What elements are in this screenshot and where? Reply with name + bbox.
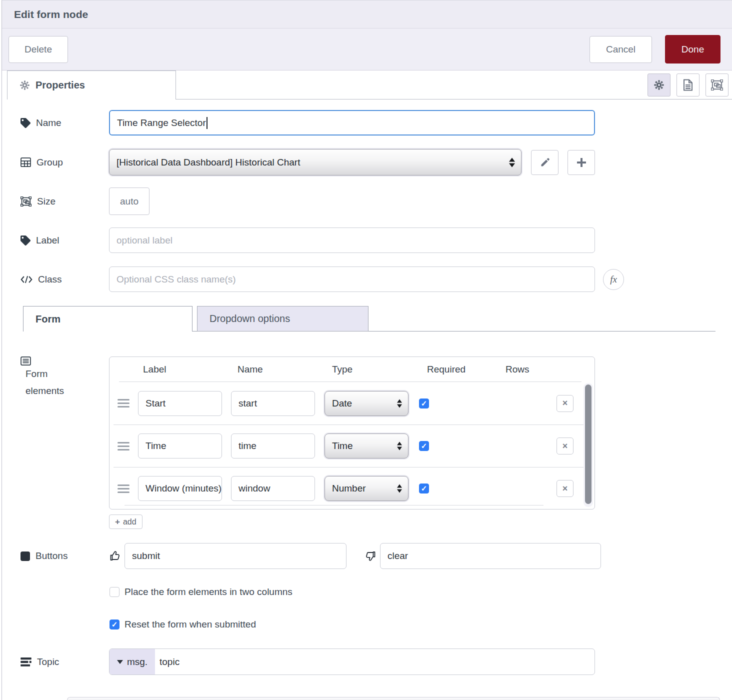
drag-handle-icon[interactable] <box>118 484 130 493</box>
class-label: Class <box>20 274 109 285</box>
close-icon: × <box>562 484 568 494</box>
element-name-input[interactable]: time <box>231 434 315 458</box>
dialog-header: Edit form node <box>2 0 732 28</box>
close-icon: × <box>562 441 568 452</box>
add-group-button[interactable] <box>568 150 595 175</box>
two-columns-option: Place the form elements in two columns <box>110 586 732 598</box>
node-appearance-view-button[interactable] <box>706 74 728 96</box>
element-label-input[interactable]: Window (minutes) <box>138 476 222 501</box>
delete-element-button[interactable]: × <box>556 395 574 412</box>
clear-button-input[interactable]: clear <box>380 543 601 569</box>
expression-fx-button[interactable]: fx <box>603 269 624 290</box>
label-input-placeholder: optional label <box>116 235 172 246</box>
pencil-icon <box>540 158 550 168</box>
element-type-select[interactable]: Number <box>324 476 408 501</box>
tab-dropdown-options[interactable]: Dropdown options <box>197 306 368 332</box>
gear-icon <box>20 80 30 90</box>
reset-option: Reset the form when submitted <box>110 619 732 630</box>
edit-form-node-dialog: Edit form node Delete Cancel Done Proper… <box>2 0 732 700</box>
form-elements-list: Label Name Type Required Rows Start star… <box>109 356 595 510</box>
column-header-required: Required <box>427 364 466 375</box>
text-caret <box>206 117 208 129</box>
buttons-row: Buttons submit clear <box>20 543 732 569</box>
select-arrows-icon <box>509 158 515 167</box>
node-description-view-button[interactable] <box>676 74 700 96</box>
label-label: Label <box>20 235 109 246</box>
element-type-select[interactable]: Time <box>324 434 408 458</box>
select-arrows-icon <box>397 484 402 493</box>
tag-icon <box>20 118 30 128</box>
required-checkbox[interactable] <box>419 484 429 494</box>
name-input[interactable]: Time Range Selector <box>109 110 595 136</box>
scrollbar-thumb[interactable] <box>585 384 592 504</box>
chevron-down-icon <box>117 660 123 664</box>
class-input[interactable]: Optional CSS class name(s) <box>109 266 595 292</box>
required-checkbox[interactable] <box>419 398 429 408</box>
reset-form-checkbox[interactable] <box>110 620 120 630</box>
row-divider <box>124 505 544 506</box>
tab-properties[interactable]: Properties <box>7 70 176 100</box>
drag-handle-icon[interactable] <box>118 442 130 450</box>
dialog-title: Edit form node <box>14 8 88 20</box>
list-icon <box>20 356 109 366</box>
document-icon <box>683 79 693 91</box>
two-columns-checkbox[interactable] <box>110 587 120 597</box>
size-button[interactable]: auto <box>109 188 150 215</box>
drag-handle-icon[interactable] <box>118 399 130 408</box>
element-label-input[interactable]: Start <box>138 391 222 416</box>
tab-properties-label: Properties <box>36 80 85 91</box>
label-input[interactable]: optional label <box>109 228 595 253</box>
submit-button-input[interactable]: submit <box>124 543 346 569</box>
add-element-button[interactable]: +add <box>109 514 142 529</box>
topic-label: Topic <box>20 656 109 668</box>
close-icon: × <box>562 398 568 408</box>
group-row: Group [Historical Data Dashboard] Histor… <box>20 149 732 176</box>
node-properties-view-button[interactable] <box>648 74 670 96</box>
form-section-tabs: Form Dropdown options <box>23 306 716 332</box>
delete-button[interactable]: Delete <box>8 36 68 63</box>
fx-icon: fx <box>610 274 617 285</box>
column-header-type: Type <box>332 364 352 375</box>
form-element-row: Start start Date × <box>110 382 584 424</box>
column-header-rows: Rows <box>506 364 530 375</box>
done-button[interactable]: Done <box>665 35 720 64</box>
form-element-row: Window (minutes) window Number × <box>114 467 584 510</box>
topic-type-select[interactable]: msg. <box>110 649 155 674</box>
column-header-name: Name <box>238 364 263 375</box>
scrollbar-track[interactable] <box>584 383 593 507</box>
element-type-select[interactable]: Date <box>324 391 408 416</box>
topic-value-input[interactable]: topic <box>155 649 180 674</box>
form-elements-row: Form elements Label Name Type Required R… <box>20 356 732 510</box>
topic-row: Topic msg. topic <box>20 648 732 675</box>
plus-icon <box>577 158 586 167</box>
form-elements-header: Label Name Type Required Rows <box>110 357 594 382</box>
group-select[interactable]: [Historical Data Dashboard] Historical C… <box>109 149 522 176</box>
tab-form[interactable]: Form <box>23 306 192 332</box>
delete-element-button[interactable]: × <box>556 480 574 497</box>
select-arrows-icon <box>397 442 402 450</box>
object-group-icon <box>711 80 723 90</box>
element-name-input[interactable]: start <box>231 391 315 416</box>
clipped-bottom-field <box>67 697 720 700</box>
select-arrows-icon <box>397 399 402 408</box>
class-input-placeholder: Optional CSS class name(s) <box>116 274 236 285</box>
required-checkbox[interactable] <box>419 441 429 451</box>
name-input-value: Time Range Selector <box>117 118 206 128</box>
code-icon <box>20 276 32 284</box>
thumbs-down-icon <box>364 550 376 562</box>
tab-bar-divider <box>176 99 732 100</box>
thumbs-up-icon <box>109 550 121 562</box>
cancel-button[interactable]: Cancel <box>590 36 652 63</box>
topic-typed-input: msg. topic <box>109 648 595 675</box>
element-label-input[interactable]: Time <box>138 434 222 458</box>
two-columns-label: Place the form elements in two columns <box>124 586 292 598</box>
form-element-row: Time time Time × <box>114 424 584 467</box>
element-name-input[interactable]: window <box>231 476 315 501</box>
form-elements-label: Form elements <box>20 356 109 510</box>
tasks-icon <box>20 658 32 666</box>
edit-group-button[interactable] <box>531 150 558 175</box>
gear-icon <box>654 80 664 90</box>
properties-tab-bar: Properties <box>2 70 732 100</box>
delete-element-button[interactable]: × <box>556 438 574 454</box>
group-label: Group <box>20 157 109 168</box>
